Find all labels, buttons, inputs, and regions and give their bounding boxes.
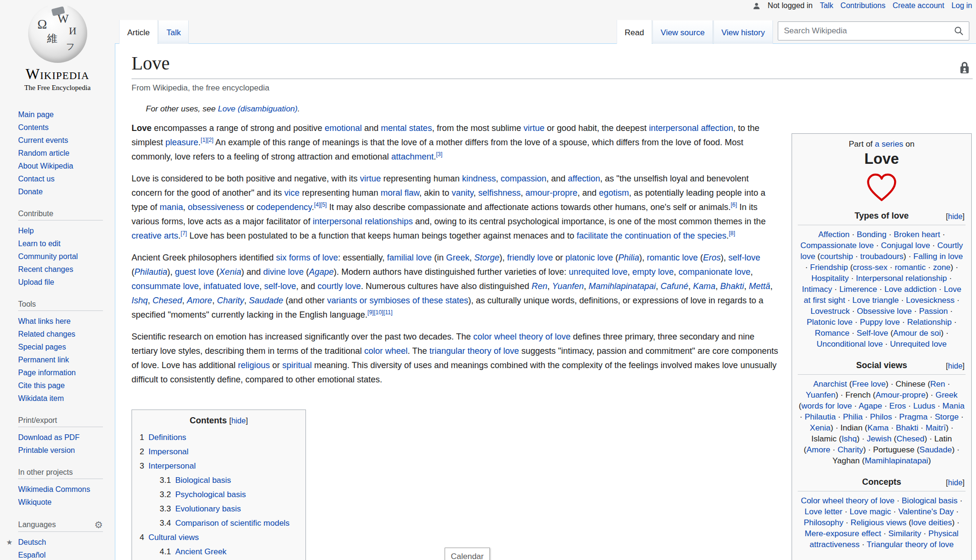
infobox-link-conjugal-love[interactable]: Conjugal love [881, 241, 930, 250]
article-link-virtue[interactable]: virtue [523, 123, 544, 133]
article-link-consummate-love[interactable]: consummate love [132, 281, 199, 291]
reference-11[interactable]: [11] [383, 309, 392, 316]
sidebar-link-related-changes[interactable]: Related changes [18, 330, 75, 338]
infobox-link-love-addiction[interactable]: Love addiction [884, 285, 937, 294]
infobox-link-philautia[interactable]: Philautia [804, 412, 835, 421]
reference-10[interactable]: [10] [374, 309, 383, 316]
infobox-link-valentine-s-day[interactable]: Valentine's Day [898, 507, 954, 516]
infobox-link-philos[interactable]: Philos [870, 412, 892, 421]
sidebar-link-donate[interactable]: Donate [18, 188, 43, 196]
article-link-friendly-love[interactable]: friendly love [507, 253, 553, 262]
article-link-affection[interactable]: affection [568, 174, 600, 183]
article-link-amore[interactable]: Amore [187, 296, 212, 305]
article-link-mental-states[interactable]: mental states [381, 123, 432, 133]
infobox-link-love-triangle[interactable]: Love triangle [853, 296, 899, 305]
page-protection-lock-icon[interactable] [959, 61, 970, 76]
toc-link-biological-basis[interactable]: Biological basis [175, 476, 231, 485]
reference-7[interactable]: [7] [181, 230, 187, 237]
article-link-chesed[interactable]: Chesed [152, 296, 182, 305]
toc-link-evolutionary-basis[interactable]: Evolutionary basis [175, 504, 241, 513]
article-link-six-forms-of-love[interactable]: six forms of love [276, 253, 338, 262]
settings-gear-icon[interactable]: ⚙ [94, 520, 103, 530]
toc-item-impersonal[interactable]: 2Impersonal [140, 445, 298, 459]
article-link-virtue[interactable]: virtue [360, 174, 381, 183]
reference-2[interactable]: [2] [207, 137, 213, 143]
search-input[interactable] [778, 26, 952, 36]
infobox-link-maitr[interactable]: Maitrī [925, 423, 946, 432]
infobox-link-puppy-love[interactable]: Puppy love [860, 318, 900, 327]
article-link-moral-flaw[interactable]: moral flaw [381, 188, 419, 198]
infobox-link-courtship[interactable]: courtship [820, 252, 853, 261]
infobox-link-romance[interactable]: Romance [815, 329, 850, 338]
article-link-mania[interactable]: mania [160, 202, 183, 212]
sidebar-link-what-links-here[interactable]: What links here [18, 317, 71, 325]
toc-item-ancient-greek[interactable]: 4.1Ancient Greek [140, 545, 298, 559]
wikipedia-logo[interactable]: W Ω И 維 フ Wikipedia The Free Encyclopedi… [0, 0, 115, 92]
infobox-link-cross-sex[interactable]: cross-sex [853, 263, 888, 272]
infobox-link-broken-heart[interactable]: Broken heart [894, 230, 940, 239]
infobox-link-ren[interactable]: Ren [930, 380, 945, 389]
toc-link-cultural-views[interactable]: Cultural views [148, 533, 199, 542]
reference-8[interactable]: [8] [729, 230, 735, 237]
section-hide-link[interactable]: hide [948, 362, 962, 370]
sidebar-link-printable-version[interactable]: Printable version [18, 446, 75, 454]
sidebar-link-page-information[interactable]: Page information [18, 369, 76, 377]
reference-1[interactable]: [1] [201, 137, 207, 143]
sidebar-link-espa-ol[interactable]: Español [18, 551, 46, 559]
infobox-link-mere-exposure-effect[interactable]: Mere-exposure effect [805, 529, 881, 538]
hatnote-link-love-disambiguation[interactable]: Love (disambiguation) [218, 104, 297, 113]
infobox-link-yuanfen[interactable]: Yuanfen [806, 390, 835, 400]
infobox-link-ludus[interactable]: Ludus [913, 401, 935, 410]
infobox-link-free-love[interactable]: Free love [852, 380, 886, 389]
article-link-amour-propre[interactable]: amour-propre [526, 188, 578, 198]
article-link-courtly-love[interactable]: courtly love [317, 281, 361, 291]
infobox-link-zone[interactable]: zone [933, 263, 951, 272]
infobox-link-kama[interactable]: Kama [867, 423, 888, 432]
infobox-link-limerence[interactable]: Limerence [839, 285, 877, 294]
personal-link-log-in[interactable]: Log in [951, 1, 972, 10]
article-link-philautia[interactable]: Philautia [134, 267, 167, 277]
article-link-ren[interactable]: Ren [532, 281, 548, 291]
article-link-self-love[interactable]: self-love [728, 253, 760, 262]
infobox-link-chesed[interactable]: Chesed [896, 434, 925, 443]
article-link-storge[interactable]: Storge [474, 253, 499, 262]
article-link-emotional[interactable]: emotional [325, 123, 362, 133]
sidebar-link-contact-us[interactable]: Contact us [18, 175, 54, 183]
infobox-link-obsessive-love[interactable]: Obsessive love [857, 307, 912, 316]
infobox-link-relationship[interactable]: Relationship [907, 318, 952, 327]
article-link-platonic-love[interactable]: platonic love [565, 253, 613, 262]
reference-4[interactable]: [4] [314, 201, 320, 208]
article-link-vanity[interactable]: vanity [452, 188, 474, 198]
sidebar-link-wikidata-item[interactable]: Wikidata item [18, 394, 64, 402]
article-link-familial-love[interactable]: familial love [387, 253, 432, 262]
article-link-greek[interactable]: Greek [446, 253, 469, 262]
article-link-agape[interactable]: Agape [309, 267, 334, 277]
infobox-link-greek[interactable]: Greek [935, 390, 957, 400]
personal-link-talk[interactable]: Talk [820, 1, 833, 10]
sidebar-link-upload-file[interactable]: Upload file [18, 278, 54, 286]
article-link-interpersonal-relationships[interactable]: interpersonal relationships [313, 217, 413, 226]
article-link-romantic-love[interactable]: romantic love [647, 253, 698, 262]
infobox-link-mania[interactable]: Mania [943, 401, 965, 410]
infobox-link-unrequited-love[interactable]: Unrequited love [890, 340, 946, 349]
article-link-saudade[interactable]: Saudade [249, 296, 283, 305]
article-link-ishq[interactable]: Ishq [132, 296, 148, 305]
infobox-link-amour-propre[interactable]: Amour-propre [875, 390, 925, 400]
toc-item-interpersonal[interactable]: 3Interpersonal [140, 459, 298, 473]
toc-item-comparison-of-scientific-models[interactable]: 3.4Comparison of scientific models [140, 516, 298, 530]
infobox-link-intimacy[interactable]: Intimacy [802, 285, 832, 294]
toc-link-definitions[interactable]: Definitions [148, 433, 186, 442]
article-link-interpersonal-affection[interactable]: interpersonal affection [649, 123, 733, 133]
section-hide-link[interactable]: hide [948, 212, 962, 220]
article-link-creative-arts[interactable]: creative arts [132, 231, 178, 240]
infobox-link-pragma[interactable]: Pragma [899, 412, 928, 421]
infobox-link-affection[interactable]: Affection [818, 230, 850, 239]
infobox-link-storge[interactable]: Storge [935, 412, 959, 421]
personal-link-contributions[interactable]: Contributions [841, 1, 885, 10]
article-link-egotism[interactable]: egotism [599, 188, 629, 198]
infobox-link-compassionate-love[interactable]: Compassionate love [800, 241, 874, 250]
article-link-triangular-theory-of-love[interactable]: triangular theory of love [429, 346, 519, 356]
infobox-link-troubadours[interactable]: troubadours [860, 252, 904, 261]
tab-read[interactable]: Read [617, 20, 652, 44]
sidebar-link-help[interactable]: Help [18, 227, 34, 235]
